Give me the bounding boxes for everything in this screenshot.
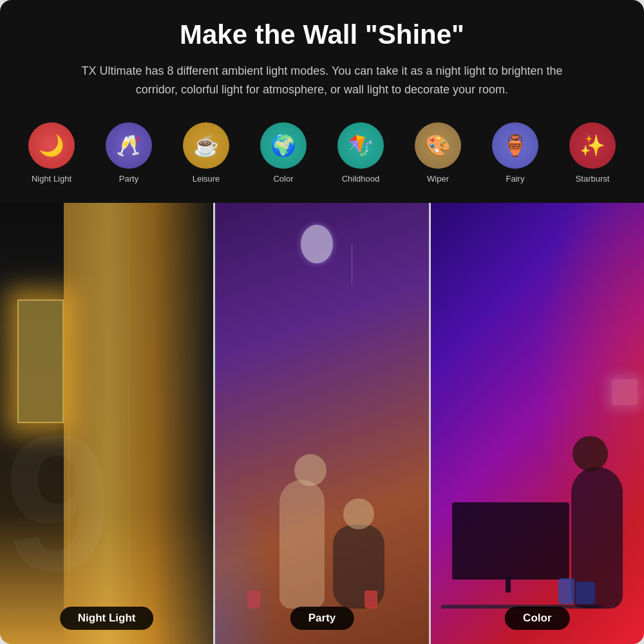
icon-item-fairy[interactable]: 🏺Fairy <box>486 122 544 184</box>
icon-circle-night-light: 🌙 <box>28 122 75 169</box>
page-wrapper: Make the Wall "Shine" TX Ultimate has 8 … <box>0 0 644 644</box>
icon-label-fairy: Fairy <box>506 174 525 184</box>
icon-item-wiper[interactable]: 🎨Wiper <box>409 122 467 184</box>
person-2-head <box>343 498 374 529</box>
person-head <box>573 436 608 471</box>
icon-item-party[interactable]: 🥂Party <box>100 122 158 184</box>
color-label: Color <box>505 607 569 630</box>
party-panel: Party <box>213 203 428 644</box>
night-light-label: Night Light <box>60 607 154 630</box>
desk-item-1 <box>558 578 574 604</box>
page-subtitle: TX Ultimate has 8 different ambient ligh… <box>71 62 573 99</box>
monitor-stand <box>506 576 511 592</box>
color-panel: Color <box>429 203 644 644</box>
icon-circle-leisure: ☕ <box>183 122 229 169</box>
icons-row: 🌙Night Light🥂Party☕Leisure🌍Color🪁Childho… <box>23 122 621 184</box>
icon-label-night-light: Night Light <box>32 174 71 184</box>
icon-item-leisure[interactable]: ☕Leisure <box>177 122 235 184</box>
person-1-head <box>294 454 327 486</box>
blue-light-accent <box>215 468 279 644</box>
icon-label-color: Color <box>273 174 293 184</box>
party-scene <box>215 203 428 644</box>
icon-item-color[interactable]: 🌍Color <box>254 122 312 184</box>
icon-circle-starburst: ✨ <box>569 122 616 169</box>
bottom-section: 9 Night Light <box>0 203 644 644</box>
color-wall-device <box>612 379 638 405</box>
icon-circle-childhood: 🪁 <box>337 122 384 169</box>
color-scene <box>431 203 644 644</box>
night-light-panel: 9 Night Light <box>0 203 213 644</box>
desk-item-2 <box>576 582 595 604</box>
page-title: Make the Wall "Shine" <box>180 19 464 50</box>
number-decoration: 9 <box>5 406 112 600</box>
icon-item-childhood[interactable]: 🪁Childhood <box>332 122 390 184</box>
balloon-string <box>352 245 352 283</box>
icon-label-leisure: Leisure <box>193 174 220 184</box>
icon-circle-fairy: 🏺 <box>492 122 538 169</box>
icon-item-starburst[interactable]: ✨Starburst <box>564 122 621 184</box>
corridor-line-2 <box>128 203 129 644</box>
icon-circle-wiper: 🎨 <box>415 122 461 169</box>
night-light-scene: 9 <box>0 203 213 644</box>
person-1-body <box>279 480 325 609</box>
icon-item-night-light[interactable]: 🌙Night Light <box>23 122 80 184</box>
icon-label-wiper: Wiper <box>427 174 449 184</box>
party-label: Party <box>290 607 354 630</box>
balloon <box>301 225 333 263</box>
icon-label-starburst: Starburst <box>576 174 610 184</box>
top-section: Make the Wall "Shine" TX Ultimate has 8 … <box>0 0 644 203</box>
corridor-line-3 <box>171 203 171 644</box>
cup-2 <box>365 591 377 609</box>
icon-circle-party: 🥂 <box>106 122 152 169</box>
monitor <box>452 502 569 580</box>
icon-label-party: Party <box>119 174 138 184</box>
icon-circle-color: 🌍 <box>260 122 307 169</box>
icon-label-childhood: Childhood <box>342 174 380 184</box>
